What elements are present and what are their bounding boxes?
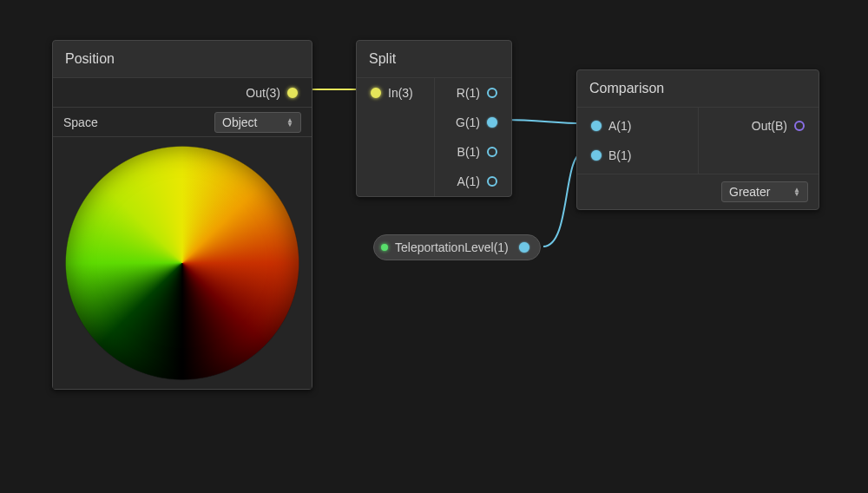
variable-teleportation-level[interactable]: TeleportationLevel(1) (373, 234, 541, 260)
comparison-out-label: Out(B) (748, 119, 791, 133)
variable-label: TeleportationLevel(1) (395, 240, 509, 254)
node-comparison[interactable]: Comparison A(1) B(1) Out(B) (576, 69, 819, 210)
comparison-a-row[interactable]: A(1) (577, 111, 698, 141)
live-indicator-icon (381, 244, 388, 251)
comparison-b-label: B(1) (605, 148, 635, 162)
comparison-b-row[interactable]: B(1) (577, 141, 698, 170)
node-comparison-title: Comparison (577, 70, 819, 108)
split-b-label: B(1) (454, 145, 483, 159)
split-in-label: In(3) (385, 86, 417, 100)
node-split[interactable]: Split In(3) R(1) G(1) B(1) (356, 40, 512, 197)
position-space-dropdown[interactable]: Object (214, 112, 301, 133)
split-a-label: A(1) (454, 174, 483, 188)
split-g-row[interactable]: G(1) (435, 108, 512, 137)
variable-out-port[interactable] (519, 242, 529, 253)
split-b-port[interactable] (487, 147, 497, 157)
split-a-row[interactable]: A(1) (435, 167, 512, 196)
wire-split-g-to-comparison-a (504, 120, 583, 123)
position-out-port[interactable] (287, 88, 298, 98)
position-preview (53, 137, 312, 389)
comparison-mode-value: Greater (729, 185, 770, 199)
position-space-row: Space Object (53, 108, 312, 137)
node-position-title: Position (53, 41, 312, 78)
comparison-out-port[interactable] (794, 121, 805, 131)
comparison-a-label: A(1) (605, 119, 635, 133)
node-split-title: Split (357, 41, 511, 78)
split-a-port[interactable] (487, 176, 497, 187)
split-r-label: R(1) (453, 86, 483, 100)
split-g-label: G(1) (452, 115, 483, 129)
comparison-out-row[interactable]: Out(B) (699, 111, 819, 141)
position-space-label: Space (63, 115, 98, 129)
position-space-value: Object (222, 115, 257, 129)
dropdown-arrows-icon (286, 118, 293, 127)
split-g-port[interactable] (487, 117, 497, 128)
dropdown-arrows-icon (793, 187, 800, 196)
comparison-a-port[interactable] (591, 121, 602, 131)
split-b-row[interactable]: B(1) (435, 137, 512, 167)
split-in-row[interactable]: In(3) (357, 78, 434, 108)
split-r-port[interactable] (487, 88, 497, 98)
node-position[interactable]: Position Out(3) Space Object (52, 40, 312, 390)
comparison-b-port[interactable] (591, 150, 602, 161)
split-in-port[interactable] (371, 88, 381, 98)
shader-graph-canvas[interactable]: Position Out(3) Space Object Split In(3) (0, 0, 868, 493)
comparison-mode-dropdown[interactable]: Greater (721, 181, 808, 202)
split-r-row[interactable]: R(1) (435, 78, 512, 108)
position-out-row[interactable]: Out(3) (53, 78, 312, 108)
position-preview-circle (65, 146, 299, 380)
comparison-footer: Greater (577, 174, 819, 209)
position-out-label: Out(3) (242, 86, 284, 100)
